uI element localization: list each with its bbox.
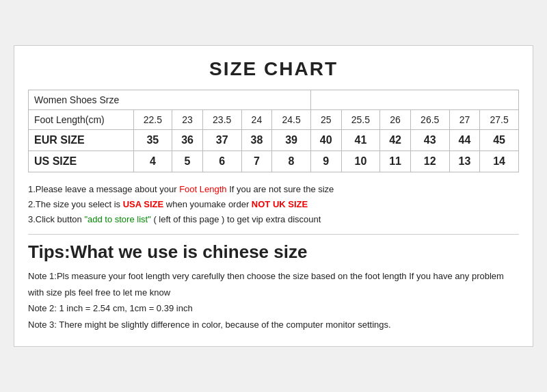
us-3: 6 (202, 151, 241, 172)
note2-highlight1: USA SIZE (123, 199, 163, 209)
category-label: Women Shoes Srze (29, 90, 311, 110)
eur-11: 45 (480, 130, 519, 151)
eur-size-label: EUR SIZE (29, 130, 134, 151)
size-chart-table: Women Shoes Srze Foot Length(cm) 22.5 23… (28, 90, 519, 172)
tip-note3: Note 3: There might be slightly differen… (28, 317, 519, 332)
us-11: 14 (480, 151, 519, 172)
fl-7: 25.5 (341, 110, 380, 130)
note2-prefix: 2.The size you select is (28, 199, 123, 209)
us-8: 11 (380, 151, 411, 172)
us-9: 12 (410, 151, 449, 172)
us-6: 9 (310, 151, 341, 172)
note3-prefix: 3.Click button (28, 214, 84, 224)
us-size-row: US SIZE 4 5 6 7 8 9 10 11 12 13 14 (29, 151, 519, 172)
note-2: 2.The size you select is USA SIZE when y… (28, 197, 519, 212)
tips-notes: Note 1:Pls measure your foot length very… (28, 268, 519, 332)
us-1: 4 (133, 151, 172, 172)
fl-3: 23.5 (202, 110, 241, 130)
page-title: SIZE CHART (28, 58, 519, 80)
note1-highlight: Foot Length (179, 184, 226, 194)
eur-4: 38 (241, 130, 272, 151)
fl-4: 24 (241, 110, 272, 130)
note1-suffix: If you are not sure the size (227, 184, 334, 194)
us-4: 7 (241, 151, 272, 172)
note3-suffix: ( left of this page ) to get vip extra d… (151, 214, 321, 224)
tips-title: Tips:What we use is chinese size (28, 234, 519, 263)
fl-10: 27 (449, 110, 480, 130)
fl-6: 25 (310, 110, 341, 130)
eur-7: 41 (341, 130, 380, 151)
us-7: 10 (341, 151, 380, 172)
fl-5: 24.5 (272, 110, 311, 130)
eur-5: 39 (272, 130, 311, 151)
note3-highlight: "add to store list" (84, 214, 150, 224)
fl-9: 26.5 (410, 110, 449, 130)
fl-2: 23 (172, 110, 203, 130)
size-chart-card: SIZE CHART Women Shoes Srze Foot Length(… (14, 45, 533, 347)
note2-middle: when youmake order (163, 199, 252, 209)
category-row: Women Shoes Srze (29, 90, 519, 110)
note-3: 3.Click button "add to store list" ( lef… (28, 212, 519, 227)
us-5: 8 (272, 151, 311, 172)
eur-6: 40 (310, 130, 341, 151)
foot-length-row: Foot Length(cm) 22.5 23 23.5 24 24.5 25 … (29, 110, 519, 130)
eur-1: 35 (133, 130, 172, 151)
us-size-label: US SIZE (29, 151, 134, 172)
eur-2: 36 (172, 130, 203, 151)
note1-prefix: 1.Please leave a message about your (28, 184, 179, 194)
note-1: 1.Please leave a message about your Foot… (28, 182, 519, 197)
notes-section: 1.Please leave a message about your Foot… (28, 182, 519, 227)
fl-1: 22.5 (133, 110, 172, 130)
us-2: 5 (172, 151, 203, 172)
eur-9: 43 (410, 130, 449, 151)
us-10: 13 (449, 151, 480, 172)
tip-note1: Note 1:Pls measure your foot length very… (28, 268, 519, 300)
fl-11: 27.5 (480, 110, 519, 130)
fl-8: 26 (380, 110, 411, 130)
foot-length-label: Foot Length(cm) (29, 110, 134, 130)
eur-8: 42 (380, 130, 411, 151)
eur-10: 44 (449, 130, 480, 151)
eur-size-row: EUR SIZE 35 36 37 38 39 40 41 42 43 44 4… (29, 130, 519, 151)
tip-note2: Note 2: 1 inch = 2.54 cm, 1cm = 0.39 inc… (28, 300, 519, 316)
note2-highlight2: NOT UK SIZE (252, 199, 308, 209)
eur-3: 37 (202, 130, 241, 151)
